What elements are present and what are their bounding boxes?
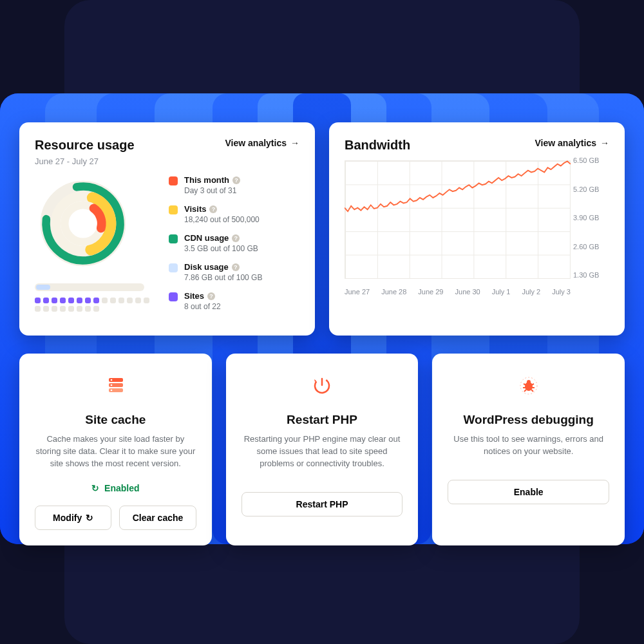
legend-desc: 7.86 GB out of 100 GB <box>184 273 262 282</box>
legend-swatch <box>169 176 178 185</box>
resource-legend: This month?Day 3 out of 31Visits?18,240 … <box>169 175 299 320</box>
bandwidth-card: Bandwidth View analytics 6.50 GB5.20 GB3… <box>329 122 625 336</box>
info-icon[interactable]: ? <box>232 176 240 184</box>
enable-debug-label: Enable <box>514 487 544 497</box>
bandwidth-chart: 6.50 GB5.20 GB3.90 GB2.60 GB1.30 GB June… <box>345 160 609 296</box>
info-icon[interactable]: ? <box>232 234 240 242</box>
y-tick-label: 5.20 GB <box>573 185 609 193</box>
svg-line-23 <box>531 390 533 392</box>
cache-title: Site cache <box>35 413 196 427</box>
restart-php-card: Restart PHP Restarting your PHP engine m… <box>226 354 419 545</box>
legend-label: Visits? <box>184 204 217 214</box>
legend-item: Sites?8 out of 22 <box>169 291 299 311</box>
y-tick-label: 3.90 GB <box>573 214 609 222</box>
refresh-icon <box>86 513 93 523</box>
legend-desc: 18,240 out of 500,000 <box>184 215 260 224</box>
resource-title: Resource usage <box>35 138 135 153</box>
y-tick-label: 2.60 GB <box>573 243 609 251</box>
resource-usage-card: Resource usage June 27 - July 27 View an… <box>19 122 315 336</box>
modify-label: Modify <box>53 513 82 523</box>
legend-desc: 3.5 GB out of 100 GB <box>184 244 258 253</box>
legend-label: Disk usage? <box>184 262 240 272</box>
y-tick-label: 1.30 GB <box>573 271 609 279</box>
legend-item: Disk usage?7.86 GB out of 100 GB <box>169 262 299 282</box>
cache-status: Enabled <box>91 483 139 493</box>
arrow-right-icon <box>290 138 299 148</box>
x-tick-label: July 2 <box>522 288 540 296</box>
legend-desc: Day 3 out of 31 <box>184 186 240 195</box>
server-stack-icon <box>102 373 128 399</box>
debug-title: WordPress debugging <box>448 413 609 427</box>
refresh-icon <box>91 483 99 493</box>
y-tick-label: 6.50 GB <box>573 156 609 164</box>
svg-point-11 <box>111 384 113 386</box>
legend-label: This month? <box>184 175 240 185</box>
debug-desc: Use this tool to see warnings, errors an… <box>448 433 609 458</box>
modify-cache-button[interactable]: Modify <box>35 506 111 530</box>
cache-status-label: Enabled <box>104 483 139 493</box>
restart-php-button[interactable]: Restart PHP <box>242 492 403 516</box>
x-tick-label: July 3 <box>552 288 571 296</box>
view-analytics-label: View analytics <box>225 138 287 148</box>
view-analytics-link[interactable]: View analytics <box>535 138 609 148</box>
svg-point-12 <box>111 390 113 392</box>
x-tick-label: July 1 <box>492 288 511 296</box>
svg-point-17 <box>527 380 531 384</box>
info-icon[interactable]: ? <box>232 263 240 271</box>
site-cache-card: Site cache Cache makes your site load fa… <box>19 354 212 545</box>
view-analytics-label: View analytics <box>535 138 596 148</box>
legend-swatch <box>169 234 178 243</box>
enable-debug-button[interactable]: Enable <box>448 480 609 504</box>
clear-cache-label: Clear cache <box>133 513 184 523</box>
legend-item: This month?Day 3 out of 31 <box>169 175 299 195</box>
php-desc: Restarting your PHP engine may clear out… <box>242 433 403 470</box>
info-icon[interactable]: ? <box>207 292 215 300</box>
x-tick-label: June 27 <box>345 288 370 296</box>
resource-date-range: June 27 - July 27 <box>35 156 135 166</box>
legend-label: CDN usage? <box>184 233 240 243</box>
power-restart-icon <box>309 373 335 399</box>
legend-swatch <box>169 205 178 214</box>
bandwidth-title: Bandwidth <box>345 138 410 153</box>
x-tick-label: June 30 <box>455 288 480 296</box>
sites-dot-grid <box>35 298 151 312</box>
php-title: Restart PHP <box>242 413 403 427</box>
cache-desc: Cache makes your site load faster by sto… <box>35 433 196 470</box>
bug-icon <box>516 373 542 399</box>
legend-label: Sites? <box>184 291 215 301</box>
resource-donut <box>35 175 151 312</box>
svg-line-22 <box>524 390 526 392</box>
x-tick-label: June 29 <box>418 288 443 296</box>
legend-item: Visits?18,240 out of 500,000 <box>169 204 299 224</box>
legend-item: CDN usage?3.5 GB out of 100 GB <box>169 233 299 253</box>
svg-point-10 <box>111 379 113 381</box>
info-icon[interactable]: ? <box>209 205 217 213</box>
dashboard-content: Resource usage June 27 - July 27 View an… <box>19 122 625 564</box>
wp-debug-card: WordPress debugging Use this tool to see… <box>432 354 625 545</box>
restart-php-label: Restart PHP <box>296 499 348 509</box>
disk-progress-bar <box>35 283 144 291</box>
legend-swatch <box>169 263 178 272</box>
x-tick-label: June 28 <box>381 288 406 296</box>
arrow-right-icon <box>600 138 609 148</box>
view-analytics-link[interactable]: View analytics <box>225 138 299 148</box>
clear-cache-button[interactable]: Clear cache <box>119 506 196 530</box>
legend-swatch <box>169 292 178 301</box>
legend-desc: 8 out of 22 <box>184 302 221 311</box>
